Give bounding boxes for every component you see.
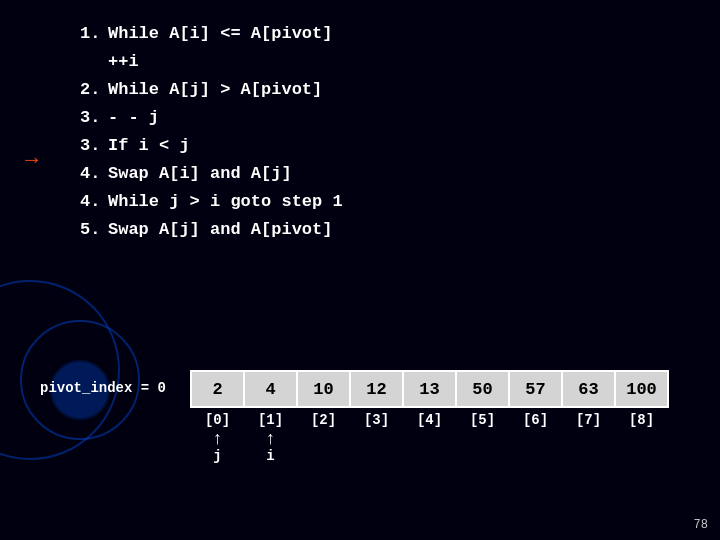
arrow-indicator: → [25, 148, 38, 173]
code-text-3a: - - j [108, 104, 159, 132]
line-num-4a: 4. [80, 160, 108, 188]
code-line-1: 1. While A[i] <= A[pivot] [80, 20, 700, 48]
index-4: [4] [402, 412, 457, 428]
array-cell-5: 50 [455, 370, 510, 408]
index-5: [5] [455, 412, 510, 428]
code-text-4b: While j > i goto step 1 [108, 188, 343, 216]
code-line-3a: 3. - - j [80, 104, 700, 132]
array-cell-0: 2 [190, 370, 245, 408]
pointer-label-i: i [266, 448, 274, 464]
index-1: [1] [243, 412, 298, 428]
page-number: 78 [694, 518, 708, 532]
code-block: 1. While A[i] <= A[pivot] ++i 2. While A… [80, 20, 700, 244]
line-num-1: 1. [80, 20, 108, 48]
code-text-2: While A[j] > A[pivot] [108, 76, 322, 104]
code-text-1: While A[i] <= A[pivot] [108, 20, 332, 48]
pointer-empty-6 [508, 430, 563, 464]
pointer-j: ↑ j [190, 430, 245, 464]
array-cell-6: 57 [508, 370, 563, 408]
code-text-3b: If i < j [108, 132, 190, 160]
index-0: [0] [190, 412, 245, 428]
code-line-4b: 4. While j > i goto step 1 [80, 188, 700, 216]
pointer-empty-8 [614, 430, 669, 464]
array-cells: 2 4 10 12 13 50 57 63 100 [190, 370, 700, 408]
line-num-5: 5. [80, 216, 108, 244]
line-num-3a: 3. [80, 104, 108, 132]
index-3: [3] [349, 412, 404, 428]
code-text-4a: Swap A[i] and A[j] [108, 160, 292, 188]
array-cell-8: 100 [614, 370, 669, 408]
array-section: pivot_index = 0 2 4 10 12 13 50 57 63 10… [40, 370, 700, 480]
array-cell-3: 12 [349, 370, 404, 408]
code-text-5: Swap A[j] and A[pivot] [108, 216, 332, 244]
pointer-i: ↑ i [243, 430, 298, 464]
index-6: [6] [508, 412, 563, 428]
array-cell-7: 63 [561, 370, 616, 408]
code-line-5: 5. Swap A[j] and A[pivot] [80, 216, 700, 244]
index-7: [7] [561, 412, 616, 428]
code-line-2: 2. While A[j] > A[pivot] [80, 76, 700, 104]
array-indices: [0] [1] [2] [3] [4] [5] [6] [7] [8] [190, 412, 700, 428]
array-cell-1: 4 [243, 370, 298, 408]
pivot-label: pivot_index = 0 [40, 380, 166, 396]
pointer-label-j: j [213, 448, 221, 464]
pointer-empty-7 [561, 430, 616, 464]
pointer-empty-5 [455, 430, 510, 464]
code-line-1b: ++i [80, 48, 700, 76]
index-8: [8] [614, 412, 669, 428]
line-num-3b: 3. [80, 132, 108, 160]
line-num-2: 2. [80, 76, 108, 104]
code-line-3b: 3. If i < j [80, 132, 700, 160]
pointers-row: ↑ j ↑ i [190, 430, 700, 464]
pointer-empty-2 [296, 430, 351, 464]
arrow-up-i: ↑ [265, 430, 276, 448]
pointer-empty-3 [349, 430, 404, 464]
array-cell-2: 10 [296, 370, 351, 408]
line-num-4b: 4. [80, 188, 108, 216]
code-line-4a: 4. Swap A[i] and A[j] [80, 160, 700, 188]
arrow-up-j: ↑ [212, 430, 223, 448]
code-section: 1. While A[i] <= A[pivot] ++i 2. While A… [80, 20, 700, 244]
array-cell-4: 13 [402, 370, 457, 408]
pointer-empty-4 [402, 430, 457, 464]
index-2: [2] [296, 412, 351, 428]
code-text-1b: ++i [108, 48, 139, 76]
